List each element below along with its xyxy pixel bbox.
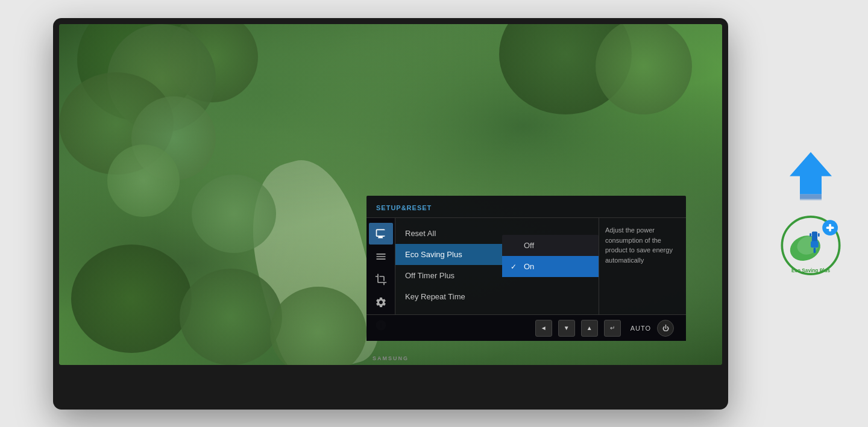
gear-icon [375,296,387,308]
list-icon [375,251,387,263]
svg-rect-13 [829,223,831,231]
nav-btn-enter[interactable]: ↵ [604,320,621,337]
crop-icon [375,273,387,285]
blue-arrow-icon [787,149,835,200]
nav-power-btn[interactable]: ⏻ [657,320,674,337]
eco-saving-plus-logo: Eco Saving Plus [778,212,844,278]
sidebar-icon-crop[interactable] [369,269,393,290]
nav-btn-left[interactable]: ◄ [535,320,552,337]
sidebar-icon-gear[interactable] [369,291,393,313]
svg-marker-0 [790,152,832,194]
menu-item-key-repeat[interactable]: Key Repeat Time [395,286,502,307]
dropdown-item-off[interactable]: Off [502,235,599,256]
nav-auto-label: AUTO [631,325,651,332]
nav-btn-up[interactable]: ▲ [581,320,598,337]
svg-rect-6 [812,231,817,242]
osd-nav-bar: ◄ ▼ ▲ ↵ AUTO ⏻ [366,314,686,341]
menu-item-reset-all[interactable]: Reset All [395,223,502,244]
dropdown-item-on[interactable]: ✓ On [502,256,599,277]
sidebar-icon-monitor[interactable] [369,223,393,245]
right-decorations: Eco Saving Plus [778,149,844,278]
svg-rect-10 [818,233,820,237]
osd-dropdown: Off ✓ On [502,235,599,277]
tv-frame: SETUP&RESET [53,18,728,410]
nav-btn-down[interactable]: ▼ [558,320,575,337]
menu-item-off-timer[interactable]: Off Timer Plus [395,265,502,286]
svg-rect-7 [811,241,819,248]
osd-header: SETUP&RESET [366,196,686,218]
monitor-icon [375,228,387,240]
osd-menu: SETUP&RESET [366,196,686,341]
tv-brand: SAMSUNG [373,355,409,361]
svg-rect-1 [800,194,822,199]
sidebar-icon-list[interactable] [369,246,393,267]
tv-container: SETUP&RESET [53,18,728,410]
samsung-logo: SAMSUNG [373,355,409,361]
menu-item-eco-saving[interactable]: Eco Saving Plus [395,244,502,265]
svg-rect-9 [810,233,811,237]
checkmark-on: ✓ [511,263,519,271]
osd-title: SETUP&RESET [376,204,432,211]
svg-rect-8 [814,248,816,253]
tv-screen: SETUP&RESET [59,24,722,365]
svg-text:Eco Saving Plus: Eco Saving Plus [791,267,831,273]
svg-rect-2 [800,199,822,200]
